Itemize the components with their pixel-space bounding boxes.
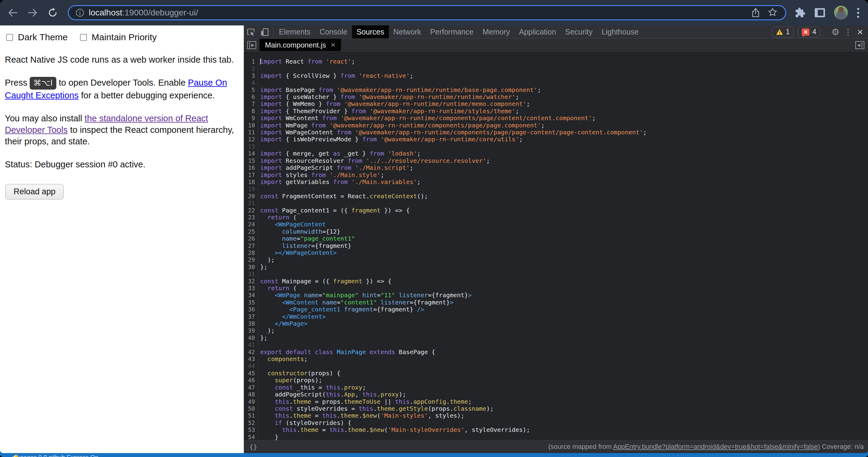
code-editor[interactable]: 1import React from 'react';23import { Sc…: [244, 52, 868, 440]
line-number[interactable]: 35: [244, 299, 258, 306]
line-number[interactable]: 37: [244, 313, 258, 320]
line-number[interactable]: 52: [244, 420, 258, 426]
dark-theme-checkbox[interactable]: [6, 34, 13, 41]
line-number[interactable]: 19: [244, 186, 258, 193]
line-number[interactable]: 31: [244, 270, 258, 278]
browser-toolbar: i localhost:19000/debugger-ui/: [0, 0, 868, 25]
line-number[interactable]: 9: [244, 115, 258, 122]
line-number[interactable]: 43: [244, 356, 258, 363]
line-number[interactable]: 21: [244, 200, 258, 207]
line-number[interactable]: 48: [244, 391, 258, 398]
line-number[interactable]: 17: [244, 172, 258, 178]
file-tab-close-icon[interactable]: ×: [331, 40, 335, 50]
line-number[interactable]: 38: [244, 320, 258, 327]
line-number[interactable]: 44: [244, 363, 258, 369]
line-number[interactable]: 46: [244, 377, 258, 384]
browser-menu-icon[interactable]: [857, 8, 859, 18]
devtools-tab-memory[interactable]: Memory: [478, 25, 514, 38]
devtools-tab-sources[interactable]: Sources: [352, 25, 389, 38]
line-number[interactable]: 30: [244, 264, 258, 270]
line-number[interactable]: 40: [244, 334, 258, 341]
line-number[interactable]: 22: [244, 207, 258, 214]
devtools-tab-network[interactable]: Network: [389, 25, 426, 38]
code-line: 13: [244, 143, 868, 150]
line-number[interactable]: 42: [244, 349, 258, 356]
line-number[interactable]: 32: [244, 278, 258, 285]
devtools-tab-application[interactable]: Application: [515, 25, 561, 38]
share-icon[interactable]: [751, 8, 760, 18]
devtools-tab-elements[interactable]: Elements: [274, 25, 315, 38]
line-number[interactable]: 45: [244, 370, 258, 377]
code-line: 17import styles from './Main.style';: [244, 172, 868, 178]
errors-badge[interactable]: 4: [798, 27, 820, 37]
line-number[interactable]: 53: [244, 426, 258, 433]
line-number[interactable]: 39: [244, 327, 258, 334]
code-line: 39 );: [244, 327, 868, 334]
warnings-badge[interactable]: 1: [772, 27, 794, 37]
line-number[interactable]: 2: [244, 65, 258, 72]
extensions-icon[interactable]: [795, 7, 806, 18]
side-panel-icon[interactable]: [815, 8, 825, 17]
line-number[interactable]: 54: [244, 434, 258, 440]
line-number[interactable]: 11: [244, 129, 258, 136]
line-number[interactable]: 6: [244, 94, 258, 100]
line-number[interactable]: 27: [244, 242, 258, 250]
line-number[interactable]: 25: [244, 228, 258, 235]
line-number[interactable]: 49: [244, 398, 258, 405]
code-line: 54 }: [244, 434, 868, 440]
line-number[interactable]: 26: [244, 235, 258, 242]
devtools-tab-performance[interactable]: Performance: [426, 25, 478, 38]
forward-button[interactable]: [26, 5, 40, 20]
back-button[interactable]: [5, 5, 20, 20]
settings-gear-icon[interactable]: ⚙: [831, 27, 840, 37]
devtools-menu-icon[interactable]: ⋮: [844, 27, 852, 37]
line-number[interactable]: 12: [244, 136, 258, 143]
reload-button[interactable]: [45, 5, 60, 20]
reload-app-button[interactable]: Reload app: [5, 184, 64, 199]
code-text: const _this = this.proxy;: [258, 384, 366, 391]
code-text: </WmPage>: [258, 320, 308, 327]
line-number[interactable]: 8: [244, 108, 258, 115]
file-tab-main-component[interactable]: Main.component.js ×: [259, 39, 341, 51]
line-number[interactable]: 18: [244, 178, 258, 186]
url-text[interactable]: localhost:19000/debugger-ui/: [89, 8, 751, 18]
profile-avatar[interactable]: [834, 6, 848, 20]
line-number[interactable]: 50: [244, 405, 258, 412]
line-number[interactable]: 16: [244, 164, 258, 171]
link[interactable]: the standalone version of React Develope…: [5, 113, 208, 135]
line-number[interactable]: 47: [244, 384, 258, 391]
bookmark-star-icon[interactable]: [768, 7, 777, 18]
devtools-tab-lighthouse[interactable]: Lighthouse: [597, 25, 643, 38]
line-number[interactable]: 36: [244, 306, 258, 313]
line-number[interactable]: 20: [244, 193, 258, 200]
source-map-link[interactable]: AppEntry.bundle?platform=android&dev=tru…: [613, 443, 818, 450]
line-number[interactable]: 10: [244, 122, 258, 129]
line-number[interactable]: 3: [244, 72, 258, 79]
line-number[interactable]: 24: [244, 221, 258, 228]
line-number[interactable]: 41: [244, 341, 258, 348]
navigator-toggle-icon[interactable]: ▶: [244, 39, 259, 51]
devtools-close-icon[interactable]: ×: [857, 26, 863, 38]
line-number[interactable]: 33: [244, 285, 258, 292]
pretty-print-icon[interactable]: {}: [249, 443, 257, 451]
inspect-element-icon[interactable]: [244, 25, 258, 38]
line-number[interactable]: 14: [244, 150, 258, 157]
line-number[interactable]: 51: [244, 412, 258, 419]
line-number[interactable]: 34: [244, 292, 258, 299]
debugger-sidebar-toggle-icon[interactable]: ◀: [851, 39, 868, 51]
line-number[interactable]: 29: [244, 256, 258, 263]
line-number[interactable]: 5: [244, 87, 258, 94]
line-number[interactable]: 13: [244, 143, 258, 150]
maintain-priority-checkbox[interactable]: [80, 34, 87, 41]
line-number[interactable]: 4: [244, 79, 258, 86]
line-number[interactable]: 28: [244, 250, 258, 256]
site-info-icon[interactable]: i: [76, 9, 84, 17]
devtools-tab-console[interactable]: Console: [315, 25, 352, 38]
line-number[interactable]: 7: [244, 100, 258, 107]
device-toolbar-icon[interactable]: [258, 25, 272, 38]
line-number[interactable]: 1: [244, 58, 258, 65]
devtools-tab-security[interactable]: Security: [561, 25, 597, 38]
line-number[interactable]: 23: [244, 214, 258, 221]
url-bar[interactable]: i localhost:19000/debugger-ui/: [68, 5, 786, 20]
line-number[interactable]: 15: [244, 157, 258, 164]
